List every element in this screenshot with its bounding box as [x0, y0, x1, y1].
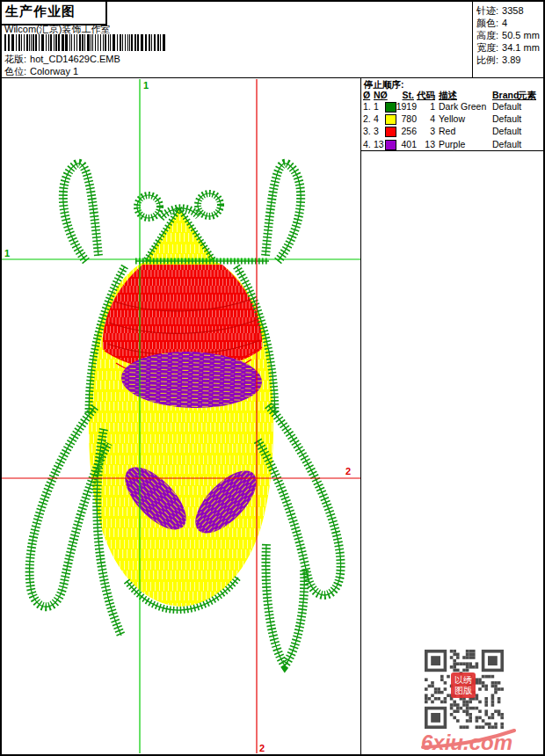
row-needle: 3 [374, 126, 379, 136]
row-stitch-count: 401 [393, 139, 417, 149]
col-elements: 元素 [518, 90, 536, 102]
row-code: 13 [419, 139, 435, 149]
stop-sequence-row: 2.47804YellowDefault [361, 113, 543, 125]
production-worksheet: 生产作业图 Wilcom(汇京)装饰工作室 花版:hot_CD14629C.EM… [0, 0, 545, 756]
row-seq: 4. [363, 139, 371, 149]
row-code: 1 [419, 101, 435, 112]
row-needle: 13 [374, 139, 384, 149]
marker-1-top: 1 [143, 80, 149, 91]
design-file-label: 花版: [4, 54, 26, 64]
row-description: Dark Green [439, 101, 486, 112]
hindleg-right-stitch [265, 544, 304, 665]
col-needle: NØ [374, 90, 388, 100]
scale-value: 3.89 [502, 55, 520, 65]
scale-row: 比例:3.89 [476, 54, 540, 66]
stamp-text-row2: 图版 [451, 686, 476, 696]
design-file-line: 花版:hot_CD14629C.EMB [4, 53, 120, 66]
row-code: 3 [419, 126, 435, 136]
colorway-label: 色位: [4, 66, 26, 76]
stitch-count-row: 针迹:3358 [476, 4, 540, 17]
width-value: 34.1 mm [502, 42, 540, 53]
row-brand: Default [492, 101, 521, 112]
height-row: 高度:50.5 mm [476, 29, 540, 41]
col-hash: Ø [363, 90, 370, 100]
width-row: 宽度:34.1 mm [476, 41, 540, 54]
red-seal-stamp: 以绣 图版 [451, 672, 476, 698]
col-stitches: St. [393, 90, 414, 100]
marker-2-bottom: 2 [259, 743, 265, 753]
row-stitch-count: 1919 [393, 101, 417, 112]
color-count-row: 颜色:4 [476, 17, 540, 29]
row-needle: 4 [374, 113, 379, 124]
canvas-table-divider [360, 78, 361, 754]
height-value: 50.5 mm [502, 30, 540, 40]
marker-2-right: 2 [345, 466, 351, 476]
col-description: 描述 [439, 90, 457, 102]
row-stitch-count: 780 [393, 113, 417, 124]
row-seq: 3. [363, 126, 371, 136]
col-brand: Brand [492, 90, 519, 100]
row-description: Purple [439, 139, 465, 149]
row-description: Yellow [439, 113, 465, 124]
row-brand: Default [492, 126, 521, 136]
row-seq: 1. [363, 101, 371, 112]
stop-sequence-row: 1.119191Dark GreenDefault [361, 101, 543, 113]
marker-1-left: 1 [4, 248, 10, 258]
row-seq: 2. [363, 113, 371, 124]
design-file-value: hot_CD14629C.EMB [30, 54, 120, 64]
stamp-text-row1: 以绣 [451, 675, 476, 686]
watermark-logo: 6xiu.com [416, 723, 521, 756]
row-description: Red [439, 126, 455, 136]
colorway-line: 色位:Colorway 1 [4, 65, 78, 78]
design-info-panel: 针迹:3358 颜色:4 高度:50.5 mm 宽度:34.1 mm 比例:3.… [476, 4, 540, 66]
row-needle: 1 [374, 101, 379, 112]
row-stitch-count: 256 [393, 126, 417, 136]
row-code: 4 [419, 113, 435, 124]
header-separator [472, 2, 473, 77]
color-count-value: 4 [502, 18, 507, 28]
barcode-icon [4, 34, 168, 51]
colorway-value: Colorway 1 [30, 66, 78, 76]
stop-sequence-row: 4.1340113PurpleDefault [361, 139, 543, 150]
row-brand: Default [492, 113, 521, 124]
col-code: 代码 [417, 90, 435, 102]
stitch-count-value: 3358 [502, 5, 523, 16]
page-title: 生产作业图 [2, 2, 107, 25]
stop-sequence-table: 停止顺序: Ø NØ St. 代码 描述 Brand 元素 1.119191Da… [361, 78, 543, 151]
design-canvas: 1 1 2 2 [2, 78, 360, 754]
stop-sequence-row: 3.32563RedDefault [361, 126, 543, 137]
row-brand: Default [492, 139, 521, 149]
